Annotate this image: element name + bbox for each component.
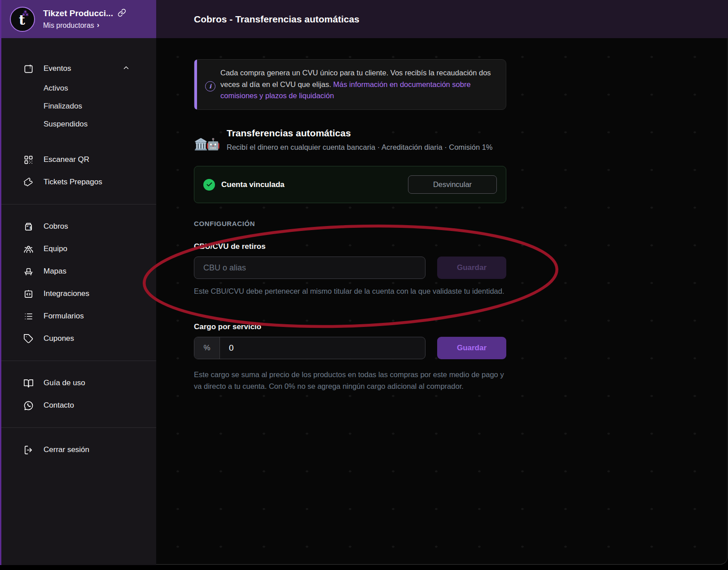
cargo-field-label: Cargo por servicio xyxy=(194,322,506,331)
info-icon: i xyxy=(205,81,215,91)
sidebar-item-equipo[interactable]: Equipo xyxy=(0,238,156,260)
integrations-icon xyxy=(23,288,34,299)
sidebar: ⁂ t Tikzet Producci... Mis productoras › xyxy=(0,0,156,565)
sidebar-item-activos[interactable]: Activos xyxy=(0,79,156,97)
producer-name: Tikzet Producci... xyxy=(43,9,113,18)
unlink-button[interactable]: Desvincular xyxy=(408,175,497,194)
tag-icon xyxy=(23,333,34,344)
svg-text:$: $ xyxy=(29,225,31,230)
transfer-section-subtitle: Recibí el dinero en cualquier cuenta ban… xyxy=(227,142,493,153)
page-header: Cobros - Transferencias automáticas xyxy=(156,0,728,38)
sidebar-item-suspendidos[interactable]: Suspendidos xyxy=(0,115,156,133)
bank-robot-emoji: 🏛️🤖 xyxy=(194,128,227,153)
sidebar-item-tickets-prepagos[interactable]: Tickets Prepagos xyxy=(0,171,156,193)
percent-prefix: % xyxy=(194,337,220,359)
ticket-icon xyxy=(23,177,34,187)
sidebar-item-guia-de-uso[interactable]: Guía de uso xyxy=(0,372,156,394)
seat-map-icon xyxy=(23,266,34,277)
cargo-input[interactable] xyxy=(220,337,425,359)
sidebar-item-cerrar-sesion[interactable]: Cerrar sesión xyxy=(0,439,156,461)
payments-icon: $ xyxy=(23,221,34,232)
whatsapp-icon xyxy=(23,400,34,411)
cargo-help-text: Este cargo se suma al precio de los prod… xyxy=(194,369,505,392)
sidebar-item-finalizados[interactable]: Finalizados xyxy=(0,97,156,115)
chevron-right-icon: › xyxy=(97,21,100,30)
team-icon xyxy=(23,244,34,254)
transfer-section-title: Transferencias automáticas xyxy=(227,128,493,139)
sidebar-item-cobros[interactable]: $ Cobros xyxy=(0,215,156,238)
configuration-heading: CONFIGURACIÓN xyxy=(194,220,506,227)
calendar-icon xyxy=(23,63,34,74)
cbu-save-button[interactable]: Guardar xyxy=(437,257,506,279)
cbu-help-text: Este CBU/CVU debe pertenecer al mismo ti… xyxy=(194,286,506,297)
chevron-up-icon[interactable] xyxy=(122,64,130,74)
sidebar-item-escanear-qr[interactable]: Escanear QR xyxy=(0,148,156,171)
sidebar-divider xyxy=(0,361,156,361)
info-banner: i Cada compra genera un CVU único para t… xyxy=(194,59,506,110)
sidebar-divider xyxy=(0,204,156,205)
qr-code-icon xyxy=(23,154,34,165)
cbu-input[interactable] xyxy=(194,257,425,279)
sidebar-item-formularios[interactable]: Formularios xyxy=(0,305,156,327)
sidebar-item-cupones[interactable]: Cupones xyxy=(0,327,156,350)
sidebar-item-mapas[interactable]: Mapas xyxy=(0,260,156,283)
my-producers-link[interactable]: Mis productoras › xyxy=(43,21,126,30)
sidebar-item-contacto[interactable]: Contacto xyxy=(0,394,156,417)
logo-t-glyph: t xyxy=(19,13,25,27)
page-title: Cobros - Transferencias automáticas xyxy=(194,14,360,25)
logout-icon xyxy=(23,444,34,455)
cbu-field-label: CBU/CVU de retiros xyxy=(194,242,506,251)
check-circle-icon xyxy=(203,179,215,191)
list-icon xyxy=(23,311,34,322)
cargo-save-button[interactable]: Guardar xyxy=(437,337,506,359)
link-icon[interactable] xyxy=(118,9,126,19)
cargo-input-group: % xyxy=(194,337,425,359)
linked-account-status: Cuenta vinculada xyxy=(221,180,285,189)
sidebar-divider xyxy=(0,427,156,428)
linked-account-card: Cuenta vinculada Desvincular xyxy=(194,166,506,203)
info-banner-accent xyxy=(194,60,197,109)
sidebar-item-integraciones[interactable]: Integraciones xyxy=(0,283,156,305)
producer-header[interactable]: ⁂ t Tikzet Producci... Mis productoras › xyxy=(0,0,156,38)
transfer-section-header: 🏛️🤖 Transferencias automáticas Recibí el… xyxy=(194,128,506,153)
producer-avatar: ⁂ t xyxy=(10,7,35,32)
sidebar-accent-bar xyxy=(0,0,1,565)
book-icon xyxy=(23,378,34,388)
sidebar-item-eventos[interactable]: Eventos xyxy=(0,58,156,79)
main-panel: i Cada compra genera un CVU único para t… xyxy=(156,38,728,565)
